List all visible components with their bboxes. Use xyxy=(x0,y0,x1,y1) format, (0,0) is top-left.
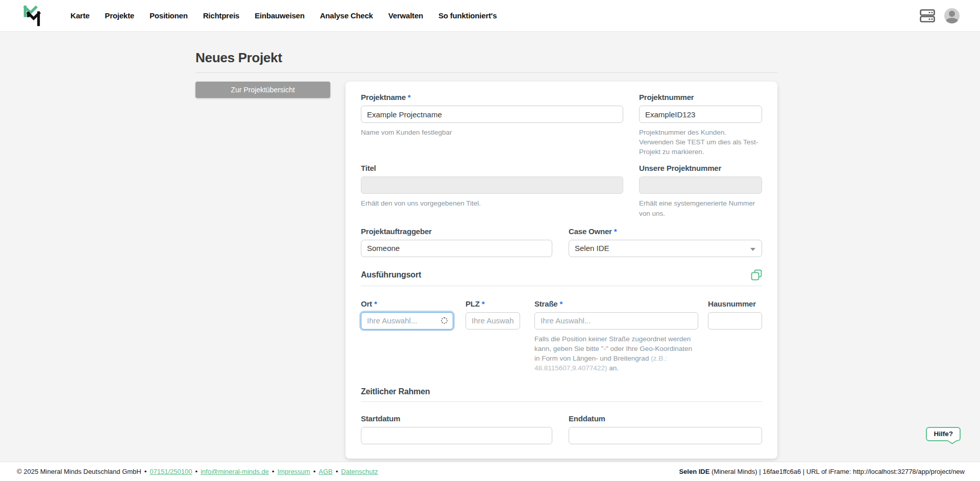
strasse-label-text: Straße xyxy=(534,299,558,308)
chevron-down-icon xyxy=(750,248,755,251)
page-title: Neues Projekt xyxy=(195,50,777,66)
footer-separator: • xyxy=(195,468,198,475)
titel-input xyxy=(361,176,623,194)
field-projektname: Projektname* Name vom Kunden festlegbar xyxy=(361,93,623,137)
nav-item-analyse-check[interactable]: Analyse Check xyxy=(320,11,373,20)
required-asterisk: * xyxy=(560,299,563,308)
zeitlicher-rahmen-title: Zeitlicher Rahmen xyxy=(361,387,430,396)
projektnummer-input[interactable] xyxy=(639,106,762,123)
form-row-auftraggeber-owner: Projektauftraggeber Case Owner* Selen ID… xyxy=(361,227,762,257)
case-owner-label-text: Case Owner xyxy=(569,227,612,236)
projektnummer-hint: Projektnummer des Kunden. Verwenden Sie … xyxy=(639,128,762,157)
session-user: Selen IDE xyxy=(679,468,709,475)
ort-label: Ort* xyxy=(361,299,453,309)
copyright-text: © 2025 Mineral Minds Deutschland GmbH xyxy=(17,468,141,475)
field-strasse: Straße* Falls die Position keiner Straße… xyxy=(534,299,698,373)
footer-session-info: Selen IDE (Mineral Minds) | 16fae1ffc6a6… xyxy=(679,468,965,475)
hausnummer-input[interactable] xyxy=(708,312,762,330)
avatar-head xyxy=(949,11,955,17)
field-startdatum: Startdatum xyxy=(361,414,552,444)
titel-hint: Erhält den von uns vorgegebenen Titel. xyxy=(361,198,623,208)
required-asterisk: * xyxy=(408,93,411,102)
user-avatar-icon[interactable] xyxy=(944,8,960,23)
projektname-label-text: Projektname xyxy=(361,93,406,102)
form-row-address: Ort* PLZ* Straße* Falls die Position kei… xyxy=(361,299,762,373)
session-details: (Mineral Minds) | 16fae1ffc6a6 | URL of … xyxy=(709,468,965,475)
form-row-dates: Startdatum Enddatum xyxy=(361,414,762,444)
section-ausfuehrungsort: Ausführungsort xyxy=(361,269,762,286)
email-link[interactable]: info@mineral-minds.de xyxy=(201,468,269,475)
nav-item-einbauweisen[interactable]: Einbauweisen xyxy=(255,11,305,20)
field-enddatum: Enddatum xyxy=(569,414,762,444)
plz-label-text: PLZ xyxy=(465,299,480,308)
agb-link[interactable]: AGB xyxy=(318,468,332,475)
form-row-name-number: Projektname* Name vom Kunden festlegbar … xyxy=(361,93,762,157)
footer: © 2025 Mineral Minds Deutschland GmbH • … xyxy=(0,462,980,481)
copy-icon[interactable] xyxy=(751,269,762,281)
field-projektnummer: Projektnummer Projektnummer des Kunden. … xyxy=(639,93,762,157)
footer-separator: • xyxy=(336,468,338,475)
strasse-hint-end: an. xyxy=(607,364,619,372)
datenschutz-link[interactable]: Datenschutz xyxy=(341,468,378,475)
help-button[interactable]: Hilfe? xyxy=(926,427,961,441)
phone-link[interactable]: 07151/250100 xyxy=(150,468,192,475)
case-owner-label: Case Owner* xyxy=(569,227,762,236)
form-row-titel-unsere-nummer: Titel Erhält den von uns vorgegebenen Ti… xyxy=(361,164,762,218)
footer-separator: • xyxy=(313,468,316,475)
new-project-form-card: Projektname* Name vom Kunden festlegbar … xyxy=(346,82,777,459)
required-asterisk: * xyxy=(614,227,617,236)
main-content: Neues Projekt Zur Projektübersicht Proje… xyxy=(195,31,777,480)
projektname-hint: Name vom Kunden festlegbar xyxy=(361,128,623,137)
strasse-hint: Falls die Position keiner Straße zugeord… xyxy=(534,334,698,373)
footer-separator: • xyxy=(144,468,147,475)
case-owner-selected-value: Selen IDE xyxy=(575,244,609,252)
projektname-input[interactable] xyxy=(361,106,623,123)
left-column: Zur Projektübersicht xyxy=(195,82,330,98)
projektauftraggeber-input[interactable] xyxy=(361,240,552,257)
nav-item-verwalten[interactable]: Verwalten xyxy=(388,11,423,20)
projektauftraggeber-label: Projektauftraggeber xyxy=(361,227,552,236)
titel-label: Titel xyxy=(361,164,623,173)
loading-spinner-icon xyxy=(441,317,448,324)
required-asterisk: * xyxy=(374,299,377,308)
server-rack-icon[interactable] xyxy=(920,9,935,22)
plz-input[interactable] xyxy=(465,312,520,330)
field-case-owner: Case Owner* Selen IDE xyxy=(569,227,762,257)
strasse-input[interactable] xyxy=(534,312,698,330)
required-asterisk: * xyxy=(482,299,485,308)
title-divider xyxy=(195,72,777,73)
case-owner-select[interactable]: Selen IDE xyxy=(569,240,762,257)
ort-input[interactable] xyxy=(361,312,453,330)
unsere-projektnummer-hint: Erhält eine systemgenerierte Nummer von … xyxy=(639,198,762,218)
footer-left: © 2025 Mineral Minds Deutschland GmbH • … xyxy=(17,468,378,475)
section-zeitlicher-rahmen: Zeitlicher Rahmen xyxy=(361,387,762,402)
main-nav: Karte Projekte Positionen Richtpreis Ein… xyxy=(70,11,497,20)
ort-label-text: Ort xyxy=(361,299,372,308)
field-plz: PLZ* xyxy=(465,299,520,330)
mineral-minds-logo[interactable] xyxy=(22,4,44,28)
nav-item-richtpreis[interactable]: Richtpreis xyxy=(203,11,239,20)
impressum-link[interactable]: Impressum xyxy=(277,468,310,475)
plz-label: PLZ* xyxy=(465,299,520,309)
unsere-projektnummer-input xyxy=(639,176,762,194)
nav-item-karte[interactable]: Karte xyxy=(70,11,89,20)
field-unsere-projektnummer: Unsere Projektnummer Erhält eine systemg… xyxy=(639,164,762,218)
field-ort: Ort* xyxy=(361,299,453,330)
strasse-hint-text: Falls die Position keiner Straße zugeord… xyxy=(534,335,692,362)
ort-input-wrap xyxy=(361,312,453,330)
nav-item-positionen[interactable]: Positionen xyxy=(150,11,188,20)
avatar-shoulders xyxy=(946,18,958,23)
startdatum-input[interactable] xyxy=(361,427,552,444)
footer-separator: • xyxy=(272,468,275,475)
topbar-right xyxy=(920,8,960,23)
hausnummer-label: Hausnummer xyxy=(708,299,762,309)
ausfuehrungsort-title: Ausführungsort xyxy=(361,270,421,280)
nav-item-projekte[interactable]: Projekte xyxy=(105,11,134,20)
unsere-projektnummer-label: Unsere Projektnummer xyxy=(639,164,762,173)
zur-projektuebersicht-button[interactable]: Zur Projektübersicht xyxy=(195,82,330,98)
enddatum-input[interactable] xyxy=(569,427,762,444)
nav-item-so-funktionierts[interactable]: So funktioniert's xyxy=(438,11,497,20)
projektnummer-label: Projektnummer xyxy=(639,93,762,102)
top-navigation-bar: Karte Projekte Positionen Richtpreis Ein… xyxy=(0,0,980,31)
strasse-label: Straße* xyxy=(534,299,698,309)
